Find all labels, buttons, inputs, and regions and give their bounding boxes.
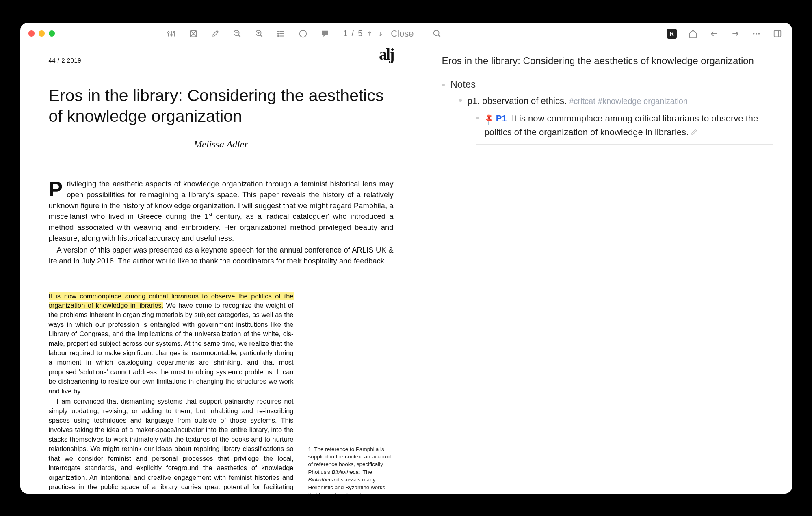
footnote-column: 1. The reference to Pamphila is supplied… bbox=[308, 291, 394, 494]
svg-point-31 bbox=[753, 33, 754, 35]
svg-point-19 bbox=[278, 31, 279, 32]
body-column: It is now commonplace among critical lib… bbox=[49, 291, 294, 494]
journal-logo: alj bbox=[379, 45, 393, 64]
svg-point-32 bbox=[756, 33, 757, 35]
divider bbox=[49, 166, 394, 166]
notes-section-row[interactable]: Notes bbox=[442, 79, 773, 90]
dropcap: P bbox=[49, 179, 67, 198]
svg-point-3 bbox=[168, 32, 169, 33]
page-ref-link[interactable]: P1 bbox=[496, 113, 507, 123]
running-head: 44 / 2 2019 alj bbox=[49, 45, 394, 65]
maximize-window-button[interactable] bbox=[49, 30, 55, 37]
tag-knowledge-organization[interactable]: #knowledge organization bbox=[598, 97, 688, 106]
page-indicator: 1 / 5 Close bbox=[343, 28, 414, 39]
notes-pane: R Eros in the library: Consideri bbox=[422, 23, 792, 494]
svg-point-20 bbox=[278, 33, 279, 34]
close-window-button[interactable] bbox=[28, 30, 35, 37]
home-icon[interactable] bbox=[688, 29, 698, 39]
pencil-icon[interactable] bbox=[210, 29, 220, 39]
window-controls bbox=[28, 30, 55, 37]
page-up-icon[interactable] bbox=[366, 29, 373, 39]
page-down-icon[interactable] bbox=[377, 29, 383, 39]
svg-point-24 bbox=[303, 31, 304, 32]
sliders-icon[interactable] bbox=[167, 29, 176, 39]
article-title: Eros in the library: Considering the aes… bbox=[49, 85, 394, 127]
pdf-tool-icons bbox=[167, 29, 330, 39]
pin-icon: 📌 bbox=[482, 112, 496, 127]
comment-icon[interactable] bbox=[320, 29, 330, 39]
body-p2: I am convinced that dismantling systems … bbox=[49, 397, 294, 493]
footnote-1: 1. The reference to Pamphila is supplied… bbox=[308, 446, 394, 494]
abstract-p1: Privileging the aesthetic aspects of kno… bbox=[49, 179, 394, 244]
highlight-icon[interactable] bbox=[188, 29, 198, 39]
info-icon[interactable] bbox=[298, 29, 308, 39]
bullet-icon bbox=[459, 99, 462, 102]
app-window: 1 / 5 Close 44 / 2 2019 alj Eros in the … bbox=[20, 23, 792, 494]
tag-critcat[interactable]: #critcat bbox=[569, 97, 595, 106]
outline-icon[interactable] bbox=[276, 29, 286, 39]
page-sep: / bbox=[352, 29, 354, 38]
notes-toolbar: R bbox=[422, 23, 792, 45]
abstract-p2: A version of this paper was presented as… bbox=[49, 245, 394, 267]
svg-point-5 bbox=[174, 31, 175, 33]
notes-doc-title[interactable]: Eros in the library: Considering the aes… bbox=[442, 55, 773, 67]
page-current: 1 bbox=[343, 29, 347, 38]
article-body: It is now commonplace among critical lib… bbox=[49, 291, 394, 494]
note-quote-text: 📌 P1 It is now commonplace among critica… bbox=[485, 112, 773, 139]
page-total: 5 bbox=[358, 29, 362, 38]
bullet-icon bbox=[442, 84, 445, 86]
abstract: Privileging the aesthetic aspects of kno… bbox=[49, 179, 394, 267]
note-label: p1. observation of ethics. bbox=[468, 96, 567, 106]
zoom-in-icon[interactable] bbox=[254, 29, 264, 39]
svg-point-4 bbox=[171, 34, 173, 35]
notes-content: Eros in the library: Considering the aes… bbox=[422, 45, 792, 155]
svg-line-10 bbox=[238, 35, 241, 37]
note-item-p1[interactable]: p1. observation of ethics. #critcat #kno… bbox=[459, 94, 773, 108]
svg-point-27 bbox=[433, 30, 439, 35]
nav-back-icon[interactable] bbox=[709, 29, 719, 39]
note-item-text: p1. observation of ethics. #critcat #kno… bbox=[468, 94, 688, 108]
nav-forward-icon[interactable] bbox=[730, 29, 740, 39]
divider bbox=[49, 279, 394, 279]
edit-icon[interactable] bbox=[691, 129, 697, 137]
issue-label: 44 / 2 2019 bbox=[49, 57, 82, 64]
body-p1: It is now commonplace among critical lib… bbox=[49, 291, 294, 396]
pdf-page: 44 / 2 2019 alj Eros in the library: Con… bbox=[49, 45, 394, 494]
pdf-toolbar: 1 / 5 Close bbox=[20, 23, 422, 45]
right-toolbar-icons: R bbox=[667, 29, 782, 39]
bullet-icon bbox=[476, 117, 479, 119]
article-author: Melissa Adler bbox=[49, 139, 394, 150]
notes-section-label: Notes bbox=[450, 79, 476, 90]
svg-point-33 bbox=[758, 33, 760, 35]
svg-rect-34 bbox=[774, 30, 781, 37]
note-quote-block[interactable]: 📌 P1 It is now commonplace among critica… bbox=[476, 112, 773, 145]
search-icon[interactable] bbox=[432, 29, 442, 39]
svg-point-21 bbox=[278, 35, 279, 36]
svg-line-13 bbox=[260, 35, 263, 37]
minimize-window-button[interactable] bbox=[39, 30, 45, 37]
pdf-pane: 1 / 5 Close 44 / 2 2019 alj Eros in the … bbox=[20, 23, 422, 494]
app-badge[interactable]: R bbox=[667, 29, 677, 39]
close-pdf-button[interactable]: Close bbox=[391, 28, 414, 39]
zoom-out-icon[interactable] bbox=[232, 29, 242, 39]
sidebar-toggle-icon[interactable] bbox=[773, 29, 782, 39]
svg-line-28 bbox=[438, 35, 440, 37]
pdf-viewport[interactable]: 44 / 2 2019 alj Eros in the library: Con… bbox=[20, 45, 422, 494]
quote-text: It is now commonplace among critical lib… bbox=[485, 113, 758, 137]
more-icon[interactable] bbox=[751, 29, 761, 39]
